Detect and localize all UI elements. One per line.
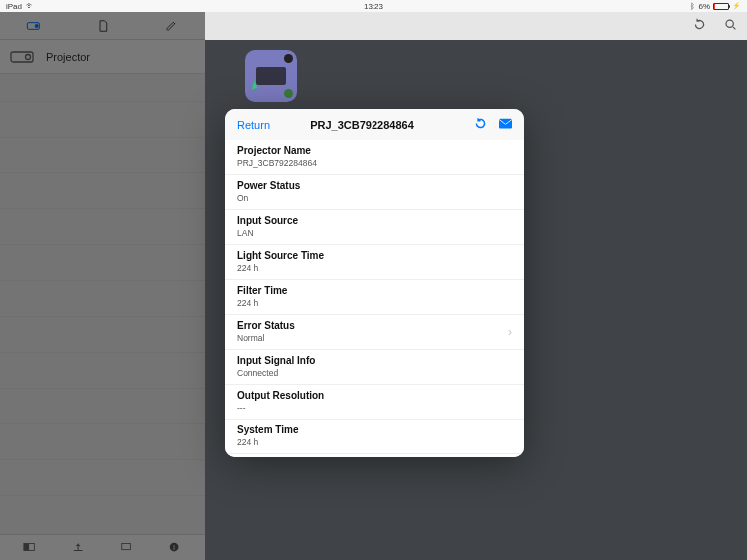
share-button[interactable]: [72, 539, 86, 557]
search-button[interactable]: [724, 17, 737, 35]
list-item[interactable]: [0, 317, 205, 353]
wifi-icon: ᯤ: [26, 1, 35, 11]
info-label: Output Resolution: [237, 390, 512, 401]
tab-document[interactable]: [69, 12, 137, 39]
main-area: Return PRJ_3CB792284864 Projector NamePR…: [205, 12, 747, 560]
info-value: ---: [237, 403, 512, 413]
info-value: Normal: [237, 333, 512, 343]
refresh-button[interactable]: [474, 116, 487, 134]
info-value: Connected: [237, 368, 512, 378]
list-item[interactable]: [0, 460, 205, 496]
battery-icon: [713, 3, 729, 10]
info-row: Projector NamePRJ_3CB792284864: [225, 140, 524, 175]
info-label: Power Status: [237, 180, 512, 191]
popover-title: PRJ_3CB792284864: [250, 119, 474, 131]
list-item[interactable]: [0, 102, 205, 138]
svg-point-3: [26, 54, 31, 59]
info-value: 224 h: [237, 437, 512, 447]
charging-icon: ⚡: [732, 2, 741, 10]
info-value: LAN: [237, 228, 512, 238]
info-row[interactable]: Error StatusNormal›: [225, 315, 524, 350]
svg-rect-2: [11, 52, 33, 62]
sidebar-toolbar: [0, 12, 205, 40]
info-label: System Time: [237, 424, 512, 435]
sidebar-list[interactable]: [0, 74, 205, 534]
projector-icon: [256, 67, 286, 85]
list-item[interactable]: [0, 353, 205, 389]
mail-button[interactable]: [499, 116, 512, 134]
info-row: Power StatusOn: [225, 175, 524, 210]
main-toolbar: [205, 12, 747, 40]
tab-settings[interactable]: [136, 12, 205, 39]
svg-rect-6: [122, 543, 131, 549]
info-button[interactable]: i: [168, 539, 182, 557]
clock: 13:23: [364, 2, 383, 11]
info-row: Filter Time224 h: [225, 280, 524, 315]
popover-header: Return PRJ_3CB792284864: [225, 109, 524, 140]
info-label: Input Signal Info: [237, 355, 512, 366]
info-value: PRJ_3CB792284864: [237, 158, 512, 168]
sidebar: Projector i: [0, 12, 205, 560]
contrast-button[interactable]: [23, 539, 37, 557]
info-row: System Time224 h: [225, 420, 524, 454]
svg-point-1: [35, 24, 38, 27]
carrier-label: iPad: [6, 2, 22, 11]
sidebar-title: Projector: [46, 51, 90, 63]
info-row: Input SourceLAN: [225, 210, 524, 245]
info-label: Error Status: [237, 320, 512, 331]
projector-app-tile[interactable]: [245, 50, 297, 102]
bluetooth-icon: ᛒ: [690, 2, 695, 11]
info-label: Filter Time: [237, 285, 512, 296]
info-label: Projector Name: [237, 145, 512, 156]
list-item[interactable]: [0, 281, 205, 317]
projector-info-popover: Return PRJ_3CB792284864 Projector NamePR…: [225, 109, 524, 457]
projector-icon: [10, 49, 36, 65]
list-item[interactable]: [0, 389, 205, 424]
list-item[interactable]: [0, 245, 205, 281]
svg-point-9: [726, 20, 733, 27]
sidebar-header: Projector: [0, 40, 205, 74]
ipad-status-bar: iPad ᯤ 13:23 ᛒ 6% ⚡: [0, 0, 747, 12]
info-label: Light Source Time: [237, 250, 512, 261]
list-item[interactable]: [0, 424, 205, 460]
list-item[interactable]: [0, 173, 205, 209]
info-row: Light Source Time224 h: [225, 245, 524, 280]
tab-projector[interactable]: [0, 12, 69, 39]
battery-percent: 6%: [698, 2, 710, 11]
info-value: On: [237, 193, 512, 203]
info-row: Input Signal InfoConnected: [225, 350, 524, 385]
chevron-right-icon: ›: [508, 325, 512, 339]
info-row: Power Voltage---: [225, 454, 524, 457]
info-value: 224 h: [237, 263, 512, 273]
info-label: Input Source: [237, 215, 512, 226]
svg-rect-10: [499, 118, 512, 128]
info-row: Output Resolution---: [225, 385, 524, 420]
screen-button[interactable]: [120, 539, 133, 557]
popover-body[interactable]: Projector NamePRJ_3CB792284864Power Stat…: [225, 140, 524, 457]
list-item[interactable]: [0, 209, 205, 245]
list-item[interactable]: [0, 74, 205, 102]
refresh-button[interactable]: [693, 17, 706, 35]
list-item[interactable]: [0, 138, 205, 173]
sidebar-bottom-toolbar: i: [0, 534, 205, 560]
svg-rect-5: [24, 543, 29, 550]
info-value: 224 h: [237, 298, 512, 308]
